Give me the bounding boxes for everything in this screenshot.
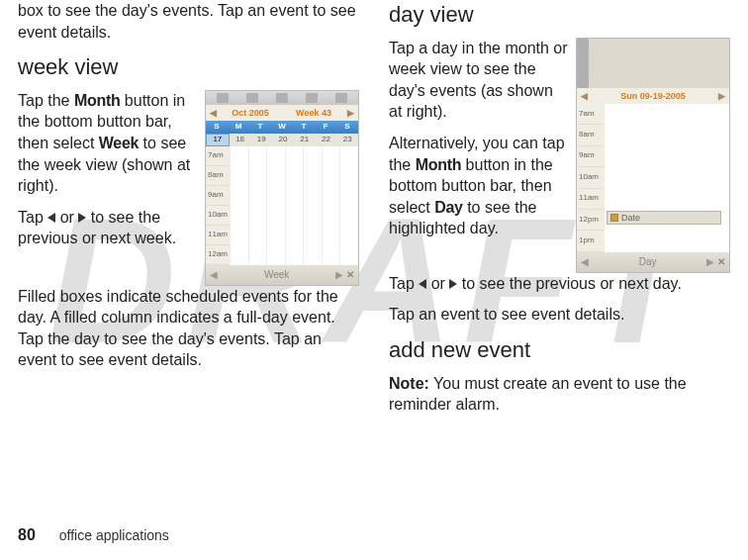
close-icon[interactable]: ✕ xyxy=(714,255,725,269)
hour-label: 12am xyxy=(206,245,230,265)
day-of-week-row: S M T W T F S xyxy=(206,121,358,134)
status-icon xyxy=(577,39,589,48)
dow-cell: T xyxy=(293,121,315,134)
day-column[interactable] xyxy=(248,146,267,265)
footer-label: office applications xyxy=(59,527,169,543)
hour-label: 7am xyxy=(206,146,230,166)
status-icon xyxy=(276,93,288,103)
text: Tap xyxy=(18,209,47,226)
day-view-screenshot: ◀ Sun 09-19-2005 ▶ 7am 8am 9am 10am 11am… xyxy=(576,38,730,273)
event-label: Date xyxy=(621,212,640,224)
hour-label: 8am xyxy=(206,166,230,186)
day-column[interactable] xyxy=(322,146,340,265)
month-button-ref: Month xyxy=(74,92,120,109)
day-column[interactable] xyxy=(230,146,248,265)
page-footer: 80 office applications xyxy=(18,526,169,544)
day-column[interactable] xyxy=(266,146,285,265)
day-column[interactable] xyxy=(339,146,358,265)
note-text: You must create an event to use the remi… xyxy=(389,375,687,414)
status-icon xyxy=(577,48,589,58)
prev-arrow-icon[interactable]: ◀ xyxy=(208,107,219,119)
close-icon[interactable]: ✕ xyxy=(343,268,354,282)
day-paragraph-3: Tap or to see the previous or next day. xyxy=(389,273,730,295)
hour-label: 9am xyxy=(577,146,605,167)
hour-label: 1pm xyxy=(577,231,605,251)
date-cell[interactable]: 19 xyxy=(250,134,272,146)
day-column[interactable] xyxy=(303,146,322,265)
day-option-ref: Day xyxy=(434,199,462,216)
screenshot-statusbar xyxy=(577,39,729,88)
next-arrow-icon[interactable]: ▶ xyxy=(345,107,356,119)
week-option-ref: Week xyxy=(99,135,139,151)
hour-column: 7am 8am 9am 10am 11am 12am xyxy=(206,146,230,265)
prev-arrow-icon[interactable]: ◀ xyxy=(210,268,218,282)
text: Tap the xyxy=(18,92,74,109)
next-arrow-icon[interactable]: ▶ xyxy=(706,255,714,269)
dow-cell: S xyxy=(336,121,358,134)
add-event-heading: add new event xyxy=(389,335,730,365)
date-cell[interactable]: 20 xyxy=(272,134,294,146)
screenshot-statusbar xyxy=(206,91,358,105)
text: or xyxy=(426,275,449,292)
text: or xyxy=(55,209,78,226)
day-column[interactable] xyxy=(285,146,304,265)
note-label: Note: xyxy=(389,375,429,392)
page-number: 80 xyxy=(18,526,36,544)
date-cell[interactable]: 22 xyxy=(316,134,337,146)
hour-label: 9am xyxy=(206,186,230,206)
text: Tap xyxy=(389,275,419,292)
day-paragraph-4: Tap an event to see event details. xyxy=(389,304,730,326)
week-title-bar: ◀ Oct 2005 Week 43 ▶ xyxy=(206,105,358,121)
day-title-bar: ◀ Sun 09-19-2005 ▶ xyxy=(577,88,729,104)
screenshot-bottom-bar: ◀ Day ▶ ✕ xyxy=(577,252,729,272)
week-title-right: Week 43 xyxy=(282,107,345,119)
event-column[interactable]: Date xyxy=(605,104,729,252)
prev-arrow-icon[interactable]: ◀ xyxy=(579,90,590,102)
status-icon xyxy=(246,93,258,103)
status-icon xyxy=(577,58,589,68)
dow-cell: T xyxy=(249,121,271,134)
prev-arrow-icon[interactable]: ◀ xyxy=(581,255,589,269)
hour-label: 11am xyxy=(206,226,230,245)
day-columns xyxy=(230,146,358,265)
left-column: box to see the day's events. Tap an even… xyxy=(18,0,359,425)
date-cell[interactable]: 18 xyxy=(230,134,251,146)
hour-label: 7am xyxy=(577,104,605,125)
right-column: day view ◀ Sun 09-19-2005 ▶ 7am 8am 9am xyxy=(389,0,730,425)
status-icon xyxy=(577,78,589,88)
hour-label: 10am xyxy=(577,167,605,188)
bottom-bar-label[interactable]: Week xyxy=(218,268,335,282)
status-icon xyxy=(217,93,229,103)
dow-cell: M xyxy=(228,121,249,134)
day-grid: 7am 8am 9am 10am 11am 12pm 1pm Date xyxy=(577,104,729,252)
date-cell[interactable]: 23 xyxy=(336,134,358,146)
week-view-screenshot: ◀ Oct 2005 Week 43 ▶ S M T W T F S 17 18… xyxy=(205,90,359,286)
screenshot-bottom-bar: ◀ Week ▶ ✕ xyxy=(206,265,358,285)
date-cell[interactable]: 17 xyxy=(206,134,230,146)
date-row: 17 18 19 20 21 22 23 xyxy=(206,134,358,146)
date-cell[interactable]: 21 xyxy=(294,134,316,146)
status-icon xyxy=(335,93,347,103)
status-icon xyxy=(577,68,589,78)
intro-fragment: box to see the day's events. Tap an even… xyxy=(18,0,359,43)
next-arrow-icon[interactable]: ▶ xyxy=(335,268,343,282)
week-paragraph-3: Filled boxes indicate scheduled events f… xyxy=(18,286,359,371)
note-paragraph: Note: You must create an event to use th… xyxy=(389,373,730,416)
week-view-heading: week view xyxy=(18,52,359,82)
text: to see the previous or next day. xyxy=(457,275,682,292)
week-grid: 7am 8am 9am 10am 11am 12am xyxy=(206,146,358,265)
month-button-ref: Month xyxy=(416,156,461,173)
dow-cell: F xyxy=(315,121,336,134)
hour-label: 11am xyxy=(577,189,605,210)
next-arrow-icon[interactable]: ▶ xyxy=(716,90,727,102)
hour-label: 10am xyxy=(206,206,230,226)
week-title-left: Oct 2005 xyxy=(219,107,282,119)
hour-label: 12pm xyxy=(577,210,605,231)
day-view-heading: day view xyxy=(389,0,730,30)
status-icon xyxy=(306,93,318,103)
dow-cell: S xyxy=(206,121,228,134)
bottom-bar-label[interactable]: Day xyxy=(589,255,706,269)
hour-column: 7am 8am 9am 10am 11am 12pm 1pm xyxy=(577,104,605,252)
event-block[interactable]: Date xyxy=(607,211,721,225)
day-title-text: Sun 09-19-2005 xyxy=(590,90,716,102)
